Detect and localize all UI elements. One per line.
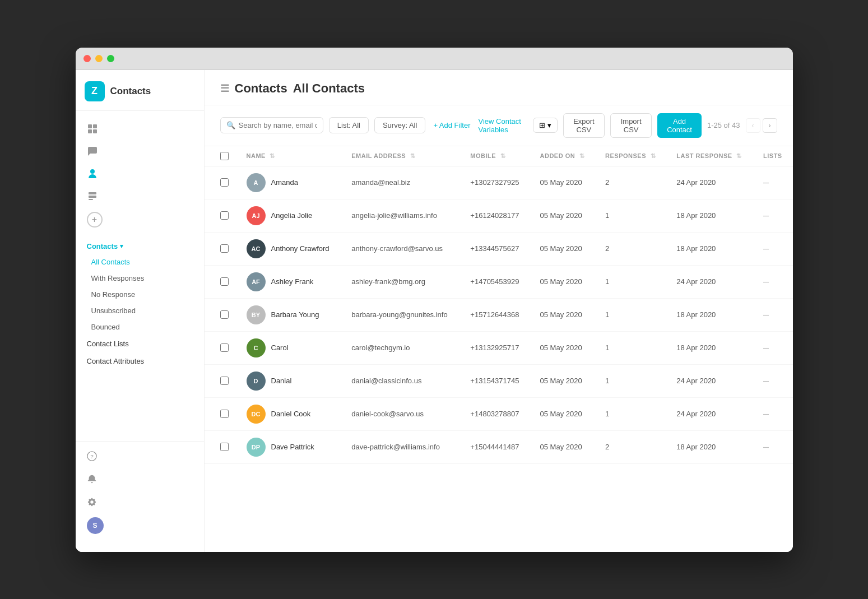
row-name-cell[interactable]: AJ Angelia Jolie: [238, 199, 343, 232]
add-section-button[interactable]: +: [87, 212, 103, 227]
table-header-row: NAME ⇅ EMAIL ADDRESS ⇅ MOBILE ⇅: [205, 146, 793, 166]
row-added-on-cell: 05 May 2020: [531, 265, 596, 298]
col-header-added-on[interactable]: ADDED ON ⇅: [531, 146, 596, 166]
row-checkbox[interactable]: [220, 443, 229, 451]
row-added-on-cell: 05 May 2020: [531, 298, 596, 331]
svg-rect-3: [93, 129, 97, 133]
maximize-button[interactable]: [107, 55, 114, 62]
row-added-on-cell: 05 May 2020: [531, 166, 596, 199]
add-contact-button[interactable]: Add Contact: [657, 113, 702, 138]
row-name-cell[interactable]: AC Anthony Crawford: [238, 232, 343, 265]
contact-name: Anthony Crawford: [271, 244, 329, 253]
row-lists-cell: –: [754, 265, 792, 298]
contact-name: Danial: [271, 377, 292, 385]
row-checkbox[interactable]: [220, 310, 229, 319]
row-mobile-cell: +15044441487: [461, 430, 531, 463]
table-row: AC Anthony Crawford anthony-crawford@sar…: [205, 232, 793, 265]
dropdown-icon: ▾: [547, 121, 551, 129]
survey-filter-button[interactable]: Survey: All: [374, 117, 425, 133]
table-row: AF Ashley Frank ashley-frank@bmg.org +14…: [205, 265, 793, 298]
row-checkbox[interactable]: [220, 343, 229, 352]
nav-contact-attributes[interactable]: Contact Attributes: [76, 352, 204, 370]
contact-cell: AC Anthony Crawford: [247, 239, 334, 258]
settings-button[interactable]: [76, 492, 204, 514]
sidebar-icon-grid[interactable]: [76, 118, 204, 140]
add-filter-button[interactable]: + Add Filter: [431, 118, 472, 133]
row-name-cell[interactable]: DP Dave Pattrick: [238, 430, 343, 463]
search-box[interactable]: 🔍: [220, 117, 323, 133]
grid-view-button[interactable]: ⊞ ▾: [533, 118, 558, 133]
row-name-cell[interactable]: AF Ashley Frank: [238, 265, 343, 298]
nav-contact-lists[interactable]: Contact Lists: [76, 335, 204, 352]
row-email-cell: dave-pattrick@williams.info: [342, 430, 461, 463]
avatar: DC: [247, 405, 266, 424]
help-button[interactable]: ?: [76, 446, 204, 468]
row-checkbox[interactable]: [220, 377, 229, 385]
minimize-button[interactable]: [95, 55, 103, 62]
row-added-on-cell: 05 May 2020: [531, 430, 596, 463]
row-responses-cell: 2: [596, 232, 667, 265]
col-header-last-response[interactable]: LAST RESPONSE ⇅: [667, 146, 754, 166]
nav-item-all-contacts[interactable]: All Contacts: [76, 254, 204, 270]
row-checkbox[interactable]: [220, 277, 229, 286]
contacts-nav-header[interactable]: Contacts ▾: [76, 239, 204, 254]
next-page-button[interactable]: ›: [763, 118, 777, 133]
sidebar-header: Z Contacts: [76, 70, 204, 111]
contacts-chevron: ▾: [120, 243, 123, 250]
row-checkbox[interactable]: [220, 178, 229, 187]
row-checkbox[interactable]: [220, 211, 229, 220]
sidebar-icon-tasks[interactable]: [76, 185, 204, 207]
row-name-cell[interactable]: DC Daniel Cook: [238, 397, 343, 430]
contact-cell: DC Daniel Cook: [247, 405, 334, 424]
close-button[interactable]: [83, 55, 91, 62]
row-name-cell[interactable]: C Carol: [238, 331, 343, 364]
contact-cell: AJ Angelia Jolie: [247, 206, 334, 225]
row-last-response-cell: 18 Apr 2020: [667, 298, 754, 331]
list-filter-button[interactable]: List: All: [329, 117, 369, 133]
avatar: AC: [247, 239, 266, 258]
notifications-button[interactable]: [76, 469, 204, 491]
table-row: D Danial danial@classicinfo.us +13154371…: [205, 364, 793, 397]
sidebar-icon-contacts[interactable]: [76, 162, 204, 185]
row-name-cell[interactable]: A Amanda: [238, 166, 343, 199]
nav-item-no-response[interactable]: No Response: [76, 286, 204, 303]
row-lists-cell: –: [754, 199, 792, 232]
name-sort-icon: ⇅: [270, 152, 275, 159]
row-email-cell: carol@techgym.io: [342, 331, 461, 364]
row-last-response-cell: 18 Apr 2020: [667, 430, 754, 463]
row-lists-cell: –: [754, 430, 792, 463]
row-name-cell[interactable]: D Danial: [238, 364, 343, 397]
contact-name: Daniel Cook: [271, 410, 311, 418]
col-header-email[interactable]: EMAIL ADDRESS ⇅: [342, 146, 461, 166]
sidebar-icon-messages[interactable]: [76, 140, 204, 162]
nav-item-with-responses[interactable]: With Responses: [76, 270, 204, 286]
search-input[interactable]: [239, 121, 317, 129]
pagination-arrows: ‹ ›: [746, 118, 777, 133]
export-csv-button[interactable]: Export CSV: [563, 113, 605, 138]
col-header-lists: LISTS: [754, 146, 792, 166]
view-contact-variables-link[interactable]: View Contact Variables: [479, 117, 527, 134]
row-checkbox-cell: [205, 298, 238, 331]
import-csv-button[interactable]: Import CSV: [610, 113, 652, 138]
row-checkbox-cell: [205, 265, 238, 298]
contact-name: Carol: [271, 343, 289, 352]
row-responses-cell: 1: [596, 397, 667, 430]
row-mobile-cell: +14705453929: [461, 265, 531, 298]
table-row: BY Barbara Young barbara-young@gnunites.…: [205, 298, 793, 331]
row-mobile-cell: +13344575627: [461, 232, 531, 265]
user-avatar[interactable]: S: [87, 517, 104, 534]
row-name-cell[interactable]: BY Barbara Young: [238, 298, 343, 331]
nav-item-unsubscribed[interactable]: Unsubscribed: [76, 303, 204, 319]
col-header-mobile[interactable]: MOBILE ⇅: [461, 146, 531, 166]
responses-sort-icon: ⇅: [651, 152, 656, 159]
nav-item-bounced[interactable]: Bounced: [76, 319, 204, 335]
prev-page-button[interactable]: ‹: [746, 118, 760, 133]
contacts-table-container: NAME ⇅ EMAIL ADDRESS ⇅ MOBILE ⇅: [205, 146, 793, 552]
col-header-name[interactable]: NAME ⇅: [238, 146, 343, 166]
col-header-responses[interactable]: RESPONSES ⇅: [596, 146, 667, 166]
app-body: Z Contacts +: [76, 70, 793, 552]
row-last-response-cell: 24 Apr 2020: [667, 166, 754, 199]
select-all-checkbox[interactable]: [220, 152, 229, 160]
row-checkbox[interactable]: [220, 410, 229, 418]
row-checkbox[interactable]: [220, 244, 229, 253]
